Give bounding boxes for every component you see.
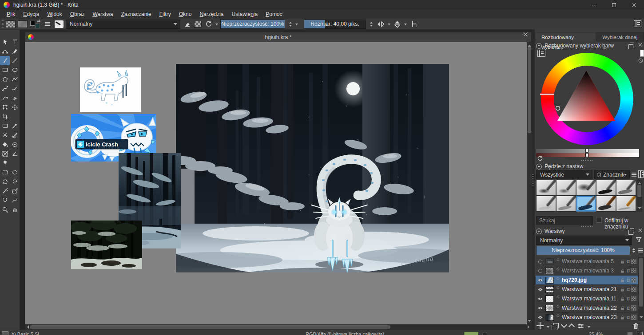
tool-button[interactable] [0,158,10,168]
brush-preset[interactable] [536,196,556,212]
tool-button[interactable] [10,140,20,149]
layer-scroll-thumb[interactable] [639,258,643,307]
maximize-button[interactable] [604,0,624,10]
layer-visibility-toggle[interactable] [537,287,544,292]
preset-search-input[interactable]: Szukaj [536,216,593,225]
opacity-spinner[interactable] [287,20,293,28]
tool-button[interactable] [10,168,20,177]
alpha-lock-icon[interactable]: α [627,268,630,273]
chevron-down-icon[interactable] [215,24,218,27]
add-layer-button[interactable] [537,322,544,329]
tool-button[interactable] [10,93,20,102]
tool-button[interactable] [10,112,20,121]
blending-mode-combo[interactable]: Normalny [66,20,180,29]
inherit-alpha-icon[interactable] [631,296,636,301]
toolbar-grip[interactable] [2,20,4,28]
brush-preset[interactable] [556,180,576,196]
close-docker-icon[interactable] [638,43,642,47]
tool-button[interactable] [10,47,20,56]
tool-button[interactable] [0,93,10,102]
alpha-lock-icon[interactable]: α [627,315,630,320]
layer-scrollbar[interactable] [638,257,644,321]
horizontal-scroll-thumb[interactable] [30,325,390,329]
docker-splitter[interactable] [581,160,592,161]
preset-options-button[interactable] [638,170,644,178]
docker-tab[interactable]: Rozbudowany wybiera... [536,32,596,42]
tool-button[interactable] [0,84,10,93]
layer-properties-button[interactable] [577,322,584,330]
brush-preset[interactable] [576,180,596,196]
tool-button[interactable] [0,140,10,149]
layer-row[interactable]: Warstwa malowania 23 α [536,313,638,322]
workspace-chooser-button[interactable] [634,20,641,27]
inherit-alpha-icon[interactable] [631,259,636,264]
mirror-vertical-button[interactable] [393,20,402,29]
tool-button[interactable] [0,102,10,112]
tool-button[interactable] [10,37,20,47]
chevron-down-icon[interactable] [295,24,298,27]
eraser-mode-button[interactable] [183,20,192,29]
docker-splitter[interactable] [581,226,592,227]
tool-button[interactable] [10,186,20,196]
zoom-slider-handle[interactable] [627,332,633,335]
tool-button[interactable] [10,65,20,75]
lock-icon[interactable] [620,296,625,302]
tool-button[interactable] [10,196,20,205]
close-button[interactable] [624,0,644,10]
current-color-swatch[interactable] [640,50,644,57]
layer-row[interactable]: Warstwa malowania 5 α [536,257,638,266]
scroll-up-icon[interactable] [528,43,531,47]
layer-row[interactable]: Warstwa malowania 21 α [536,285,638,294]
document-tab[interactable]: hgiuih.kra * [25,32,532,42]
menu-item[interactable]: Plik [3,10,19,18]
brush-preset[interactable] [616,196,636,212]
properties-chevron-icon[interactable] [588,326,590,329]
move-layer-down-button[interactable] [561,322,567,328]
hue-marker[interactable] [540,93,554,95]
tool-button[interactable] [0,37,10,47]
layer-row[interactable]: hq720.jpg α [536,276,638,284]
tool-button[interactable] [0,121,10,130]
menu-item[interactable]: Zaznaczanie [117,10,155,18]
layer-visibility-toggle[interactable] [537,259,544,264]
alpha-lock-icon[interactable]: α [627,259,630,264]
tool-button[interactable] [10,149,20,158]
tool-button[interactable] [0,75,10,84]
color-indicator[interactable] [556,106,560,110]
inherit-alpha-icon[interactable] [631,315,636,320]
tool-button[interactable] [0,47,10,56]
alpha-lock-icon[interactable]: α [627,277,630,283]
tool-button[interactable] [10,102,20,112]
minimize-button[interactable] [584,0,604,10]
brush-preset[interactable] [576,196,596,212]
scroll-left-icon[interactable] [25,325,29,329]
display-mode-icon[interactable] [631,171,637,178]
float-docker-icon[interactable] [630,228,634,233]
preset-scroll-thumb[interactable] [637,185,641,197]
canvas-horizontal-scrollbar[interactable] [25,324,532,330]
layer-blend-combo[interactable]: Normalny [536,236,632,245]
tag-filter-checkbox[interactable] [596,217,602,223]
filter-funnel-icon[interactable] [635,236,642,243]
color-wheel[interactable] [541,53,633,145]
menu-item[interactable]: Narzędzia [195,10,227,18]
document-close-icon[interactable] [523,32,528,37]
delete-layer-button[interactable] [632,322,640,330]
panel-splitter[interactable] [533,174,533,185]
inherit-alpha-icon[interactable] [631,305,636,311]
close-docker-icon[interactable] [638,228,642,233]
tool-button[interactable] [10,158,20,168]
menu-item[interactable]: Filtry [155,10,175,18]
layer-visibility-toggle[interactable] [537,305,544,311]
lock-icon[interactable] [620,277,625,283]
inherit-alpha-icon[interactable] [631,268,636,273]
layer-row[interactable]: Warstwa malowania 3 α [536,266,638,275]
menu-item[interactable]: Obraz [66,10,89,18]
menu-item[interactable]: Ustawienia [227,10,262,18]
tool-button[interactable] [0,112,10,121]
layer-row[interactable]: Warstwa malowania 22 α [536,303,638,312]
brush-preset[interactable] [536,180,556,196]
menu-item[interactable]: Okno [175,10,196,18]
brush-preset[interactable] [556,196,576,212]
tool-button[interactable] [10,205,20,214]
